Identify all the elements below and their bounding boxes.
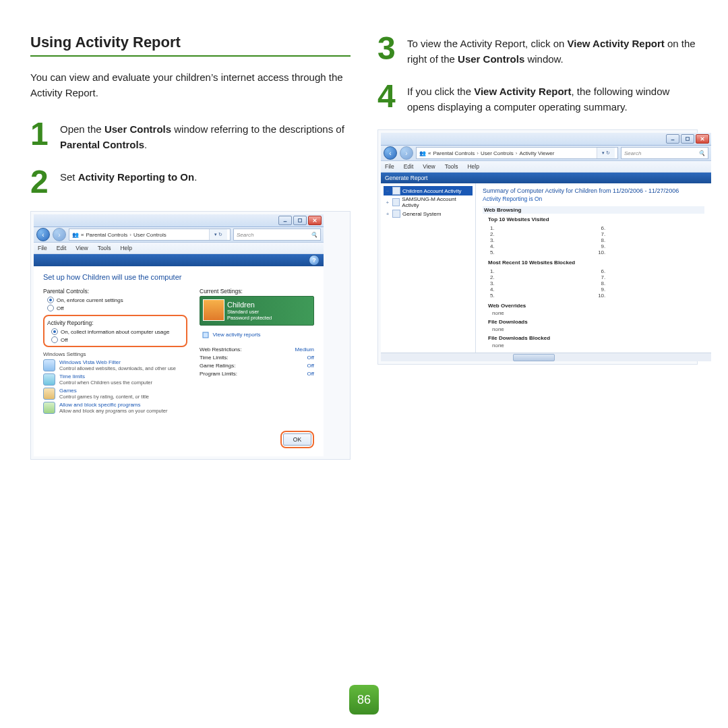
screenshot-activity-viewer: ‹ › 👥 « Parental Controls› User Controls…	[377, 129, 698, 365]
refresh-dropdown[interactable]: ▾ ↻	[209, 229, 227, 240]
close-button[interactable]	[308, 216, 322, 225]
step-1-number: 1	[30, 119, 51, 152]
section-web-browsing: Web Browsing	[483, 206, 704, 214]
step-2-number: 2	[30, 167, 51, 196]
screenshot-user-controls: ‹ › 👥 « Parental Controls› User Controls…	[30, 211, 351, 460]
menu-tools[interactable]: Tools	[445, 163, 458, 170]
menu-edit[interactable]: Edit	[404, 163, 414, 170]
top10-list	[483, 224, 704, 257]
folder-icon	[392, 210, 400, 218]
section-file-downloads-blocked: File Downloads Blocked	[488, 335, 704, 341]
ok-button[interactable]: OK	[283, 433, 311, 446]
step-4: 4 If you click the View Activity Report,…	[377, 82, 698, 115]
people-icon: 👥	[72, 232, 79, 238]
section-file-downloads: File Downloads	[488, 319, 704, 325]
help-icon[interactable]: ?	[309, 255, 320, 266]
intro-text: You can view and evaluate your children’…	[30, 70, 351, 100]
svg-rect-4	[203, 332, 208, 338]
section-overrides: Web Overrides	[488, 303, 704, 309]
report-title: Summary of Computer Activity for Childre…	[483, 187, 704, 194]
radio-pc-off[interactable]	[47, 305, 54, 311]
view-activity-reports-link[interactable]: View activity reports	[213, 332, 261, 338]
games-link[interactable]: Games	[59, 388, 77, 394]
parental-controls-label: Parental Controls:	[43, 288, 187, 295]
forward-button[interactable]: ›	[53, 228, 66, 241]
user-name: Children	[227, 301, 308, 309]
search-input[interactable]: Search 🔍	[621, 147, 708, 159]
web-filter-link[interactable]: Windows Vista Web Filter	[59, 359, 121, 365]
tree-general-system[interactable]: +General System	[384, 209, 473, 218]
search-input[interactable]: Search 🔍	[233, 229, 321, 241]
menu-help[interactable]: Help	[120, 245, 131, 251]
generate-report-bar[interactable]: Generate Report	[381, 173, 711, 183]
tree-samsung-activity[interactable]: +SAMSUNG-M Account Activity	[384, 195, 473, 209]
svg-rect-6	[686, 138, 690, 141]
back-button[interactable]: ‹	[36, 228, 50, 241]
step-3: 3 To view the Activity Report, click on …	[377, 34, 698, 67]
command-bar: ?	[34, 254, 324, 266]
menu-file[interactable]: File	[385, 163, 394, 170]
section-blocked: Most Recent 10 Websites Blocked	[488, 260, 704, 266]
close-button[interactable]	[696, 134, 709, 144]
step-2-text: Set Activity Reporting to On.	[60, 167, 197, 196]
svg-rect-1	[299, 219, 302, 222]
step-1: 1 Open the User Controls window referrin…	[30, 119, 351, 152]
menu-bar: File Edit View Tools Help	[381, 161, 711, 173]
window-titlebar	[381, 133, 711, 146]
menu-view[interactable]: View	[423, 163, 435, 170]
radio-ar-off[interactable]	[51, 336, 58, 343]
search-icon: 🔍	[698, 150, 705, 156]
breadcrumb[interactable]: 👥 « Parental Controls› User Controls ▾ ↻	[69, 229, 231, 241]
step-1-text: Open the User Controls window referring …	[60, 119, 351, 152]
navigation-tree: −Children Account Activity +SAMSUNG-M Ac…	[381, 183, 476, 353]
search-icon: 🔍	[311, 232, 317, 238]
page-number-badge: 86	[349, 685, 379, 715]
report-ar-status: Activity Reporting is On	[483, 195, 704, 202]
menu-file[interactable]: File	[38, 245, 47, 251]
back-button[interactable]: ‹	[384, 146, 397, 160]
games-icon	[43, 388, 55, 400]
section-top10: Top 10 Websites Visited	[488, 216, 704, 222]
breadcrumb[interactable]: 👥 « Parental Controls› User Controls› Ac…	[416, 147, 618, 159]
radio-ar-on[interactable]	[51, 328, 58, 335]
page-heading: Using Activity Report	[30, 34, 351, 57]
menu-edit[interactable]: Edit	[57, 245, 67, 251]
menu-tools[interactable]: Tools	[98, 245, 111, 251]
ok-highlight: OK	[280, 431, 314, 448]
radio-pc-on[interactable]	[47, 297, 54, 303]
menu-view[interactable]: View	[75, 245, 88, 251]
refresh-dropdown[interactable]: ▾ ↻	[597, 148, 615, 158]
window-titlebar	[34, 214, 324, 227]
report-pane: Summary of Computer Activity for Childre…	[476, 183, 711, 353]
minimize-button[interactable]	[278, 216, 292, 225]
windows-settings-label: Windows Settings	[43, 351, 187, 357]
step-3-number: 3	[377, 34, 398, 67]
folder-icon	[392, 187, 400, 195]
activity-reporting-highlight: Activity Reporting: On, collect informat…	[43, 315, 187, 347]
reports-icon	[202, 331, 211, 338]
people-icon: 👥	[419, 150, 426, 156]
step-3-text: To view the Activity Report, click on Vi…	[407, 34, 698, 67]
minimize-button[interactable]	[666, 134, 679, 144]
current-settings-label: Current Settings:	[200, 288, 314, 295]
step-4-text: If you click the View Activity Report, t…	[407, 82, 698, 115]
time-limits-link[interactable]: Time limits	[59, 373, 85, 380]
pane-title: Set up how Children will use the compute…	[43, 273, 314, 281]
activity-reporting-label: Activity Reporting:	[47, 320, 183, 326]
time-limits-icon	[43, 373, 55, 386]
web-filter-icon	[43, 359, 55, 371]
menu-bar: File Edit View Tools Help	[34, 243, 324, 254]
maximize-button[interactable]	[293, 216, 307, 225]
avatar	[203, 299, 224, 321]
maximize-button[interactable]	[681, 134, 694, 144]
step-2: 2 Set Activity Reporting to On.	[30, 167, 351, 196]
step-4-number: 4	[377, 82, 398, 115]
tree-children-activity[interactable]: −Children Account Activity	[384, 186, 473, 195]
blocked-list	[483, 267, 704, 300]
forward-button[interactable]: ›	[400, 146, 413, 160]
programs-icon	[43, 402, 55, 414]
menu-help[interactable]: Help	[467, 163, 479, 170]
programs-link[interactable]: Allow and block specific programs	[59, 402, 141, 408]
folder-icon	[392, 198, 400, 206]
horizontal-scrollbar[interactable]	[381, 353, 711, 361]
